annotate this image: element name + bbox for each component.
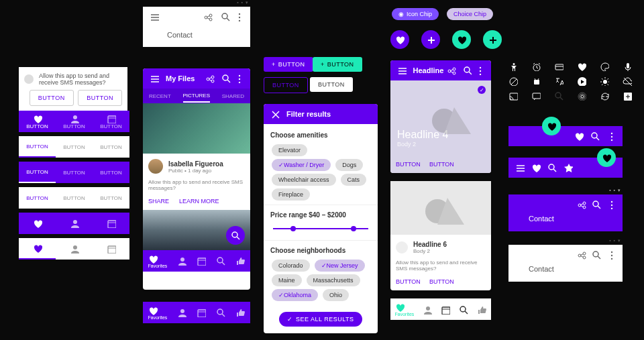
search-icon[interactable] <box>592 200 601 209</box>
chip[interactable]: ✓ New Jersey <box>315 260 365 272</box>
search-icon[interactable] <box>590 131 600 141</box>
nav-search[interactable] <box>216 308 225 317</box>
menu-icon[interactable] <box>150 12 159 21</box>
seg-cell[interactable]: BUTTON <box>93 136 129 158</box>
card-button[interactable]: BUTTON <box>396 278 421 285</box>
tab-pictures[interactable]: PICTURES <box>183 90 210 103</box>
nav-favorites[interactable]: Favorites <box>148 306 168 320</box>
heart-fab[interactable] <box>542 117 561 135</box>
window-controls[interactable]: ▪ ▪ ▾ <box>609 188 621 193</box>
card-button[interactable]: BUTTON <box>429 278 454 285</box>
nav-calendar[interactable] <box>197 308 206 317</box>
text-button[interactable]: BUTTON <box>310 77 353 92</box>
slider-handle[interactable] <box>290 226 296 231</box>
nav-calendar[interactable] <box>197 256 206 266</box>
nav-calendar[interactable] <box>441 305 450 315</box>
chip-dogs[interactable]: Dogs <box>335 159 363 171</box>
share-icon[interactable] <box>577 200 586 209</box>
nav-search[interactable] <box>459 305 468 315</box>
star-icon[interactable] <box>564 163 573 172</box>
snackbar-button-1[interactable]: BUTTON <box>30 90 74 106</box>
chip-washer[interactable]: ✓ Washer / Dryer <box>272 159 331 171</box>
seg-cell[interactable] <box>56 238 93 260</box>
snackbar-button-2[interactable]: BUTTON <box>78 90 122 106</box>
menu-icon[interactable] <box>515 163 525 172</box>
heart-fab-teal[interactable] <box>452 30 471 49</box>
choice-chip[interactable]: Choice Chip <box>447 8 493 20</box>
see-all-button[interactable]: ✓ SEE ALL RESULTS <box>279 312 362 327</box>
add-fab-teal[interactable] <box>483 30 502 49</box>
more-icon[interactable] <box>606 250 616 260</box>
chip[interactable]: Massachusetts <box>307 274 360 286</box>
nav-person[interactable] <box>177 308 186 317</box>
nav-thumb[interactable] <box>235 308 245 317</box>
seg-cell[interactable]: BUTTON <box>19 111 56 132</box>
search-fab[interactable] <box>226 226 245 245</box>
nav-favorites[interactable]: Favorites <box>395 302 415 317</box>
menu-icon[interactable] <box>397 66 407 75</box>
seg-cell[interactable] <box>19 213 56 234</box>
contained-button-teal[interactable]: + BUTTON <box>313 57 362 72</box>
outlined-button[interactable]: BUTTON <box>264 77 308 93</box>
tab-shared[interactable]: SHARED <box>222 93 244 99</box>
seg-cell[interactable]: BUTTON <box>93 162 129 183</box>
seg-cell[interactable]: BUTTON <box>19 187 56 209</box>
seg-cell[interactable]: BUTTON <box>19 162 56 183</box>
share-icon[interactable] <box>447 66 456 75</box>
seg-cell[interactable]: BUTTON <box>93 111 129 132</box>
nav-person[interactable] <box>423 305 432 315</box>
more-icon[interactable] <box>234 12 244 21</box>
search-icon[interactable] <box>592 250 601 260</box>
more-icon[interactable] <box>606 200 616 209</box>
nav-favorites[interactable]: Favorites <box>148 254 168 268</box>
slider-handle[interactable] <box>351 226 356 231</box>
seg-cell[interactable]: BUTTON <box>56 162 93 183</box>
nav-thumb[interactable] <box>235 256 245 266</box>
card-button[interactable]: BUTTON <box>396 161 421 168</box>
search-icon[interactable] <box>547 163 557 172</box>
tab-recent[interactable]: RECENT <box>149 93 171 99</box>
contained-button[interactable]: + BUTTON <box>264 57 313 72</box>
window-controls[interactable]: ▪ ▪ ▾ <box>609 238 621 243</box>
seg-cell[interactable] <box>93 213 129 234</box>
seg-cell[interactable]: BUTTON <box>56 136 93 158</box>
seg-cell[interactable]: BUTTON <box>56 111 93 132</box>
search-icon[interactable] <box>221 74 231 83</box>
nav-person[interactable] <box>177 256 186 266</box>
seg-cell[interactable]: BUTTON <box>19 136 56 158</box>
search-icon[interactable] <box>221 12 230 21</box>
seg-cell[interactable] <box>56 213 93 234</box>
chip[interactable]: Ohio <box>323 289 349 301</box>
chip[interactable]: ✓ Oklahoma <box>272 289 318 301</box>
more-icon[interactable] <box>606 131 616 141</box>
nav-search[interactable] <box>216 256 225 266</box>
chip-cats[interactable]: Cats <box>341 174 367 186</box>
share-icon[interactable] <box>203 12 213 21</box>
card-button[interactable]: BUTTON <box>429 161 454 168</box>
learn-button[interactable]: LEARN MORE <box>179 198 219 205</box>
share-icon[interactable] <box>577 250 586 260</box>
window-controls[interactable]: ▪ ▪ ▾ <box>237 0 249 5</box>
price-slider[interactable] <box>273 228 368 229</box>
menu-icon[interactable] <box>150 74 159 83</box>
share-icon[interactable] <box>205 74 215 83</box>
chip-wheelchair[interactable]: Wheelchair access <box>272 174 336 186</box>
seg-cell[interactable]: BUTTON <box>56 187 93 209</box>
seg-cell[interactable]: BUTTON <box>93 187 129 209</box>
heart-icon[interactable] <box>574 131 584 141</box>
more-icon[interactable] <box>234 74 244 83</box>
more-icon[interactable] <box>475 66 484 75</box>
add-fab[interactable] <box>421 30 440 49</box>
icon-chip[interactable]: ◉ Icon Chip <box>392 8 439 20</box>
heart-fab[interactable] <box>390 30 409 49</box>
chip-elevator[interactable]: Elevator <box>272 144 307 156</box>
chip[interactable]: Colorado <box>272 260 310 272</box>
seg-cell[interactable] <box>19 238 56 260</box>
search-icon[interactable] <box>463 66 472 75</box>
seg-cell[interactable] <box>93 238 129 260</box>
heart-icon[interactable] <box>531 163 541 172</box>
chip[interactable]: Maine <box>272 274 302 286</box>
close-icon[interactable] <box>270 109 280 119</box>
nav-thumb[interactable] <box>477 305 486 315</box>
share-button[interactable]: SHARE <box>148 198 169 205</box>
